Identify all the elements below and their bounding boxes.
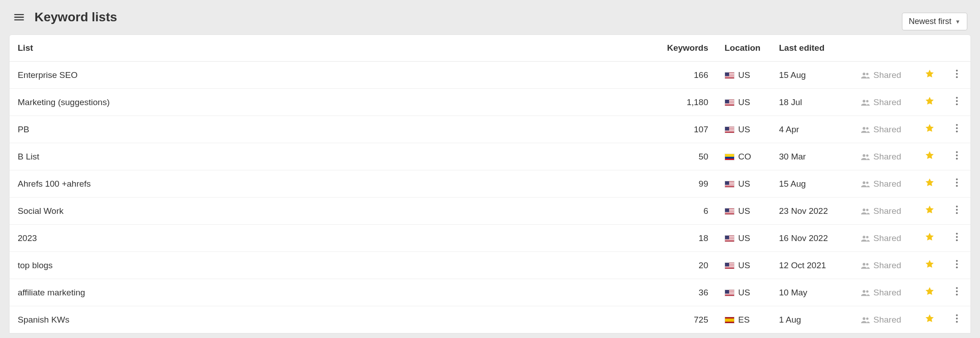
column-header-last-edited[interactable]: Last edited <box>771 35 853 62</box>
table-row: PB107US4 AprShared <box>10 116 970 143</box>
people-icon <box>861 288 873 297</box>
people-icon <box>861 152 873 161</box>
row-actions-menu[interactable] <box>943 306 970 333</box>
svg-point-46 <box>866 318 868 320</box>
row-actions-menu[interactable] <box>943 116 970 143</box>
country-code: US <box>738 261 750 270</box>
list-name-link[interactable]: Spanish KWs <box>10 306 659 333</box>
keyword-lists-table: List Keywords Location Last edited Enter… <box>10 35 970 333</box>
list-name-link[interactable]: Marketing (suggestions) <box>10 89 659 116</box>
shared-label: Shared <box>873 179 901 188</box>
favorite-star[interactable] <box>916 306 943 333</box>
row-actions-menu[interactable] <box>943 225 970 252</box>
favorite-star[interactable] <box>916 170 943 198</box>
shared-indicator[interactable]: Shared <box>853 170 916 198</box>
country-code: ES <box>738 315 750 324</box>
svg-point-30 <box>862 236 865 239</box>
svg-point-38 <box>956 263 958 265</box>
keywords-count: 18 <box>659 225 716 252</box>
list-name-link[interactable]: Ahrefs 100 +ahrefs <box>10 170 659 198</box>
hamburger-menu-icon[interactable] <box>13 11 25 24</box>
column-header-list[interactable]: List <box>10 35 659 62</box>
list-name-link[interactable]: PB <box>10 116 659 143</box>
table-row: Spanish KWs725ES1 AugShared <box>10 306 970 333</box>
country-code: US <box>738 179 750 188</box>
favorite-star[interactable] <box>916 116 943 143</box>
last-edited: 18 Jul <box>771 89 853 116</box>
row-actions-menu[interactable] <box>943 89 970 116</box>
column-header-star <box>916 35 943 62</box>
location-cell: US <box>716 89 771 116</box>
favorite-star[interactable] <box>916 62 943 89</box>
svg-point-19 <box>956 158 958 159</box>
list-name-link[interactable]: Enterprise SEO <box>10 62 659 89</box>
kebab-menu-icon <box>956 234 958 244</box>
list-name-link[interactable]: B List <box>10 143 659 170</box>
people-icon <box>861 179 873 188</box>
star-icon <box>925 289 935 298</box>
row-actions-menu[interactable] <box>943 198 970 225</box>
location-cell: ES <box>716 306 771 333</box>
favorite-star[interactable] <box>916 143 943 170</box>
shared-indicator[interactable]: Shared <box>853 116 916 143</box>
shared-indicator[interactable]: Shared <box>853 306 916 333</box>
svg-point-1 <box>866 73 868 75</box>
svg-point-14 <box>956 130 958 132</box>
list-name-link[interactable]: Social Work <box>10 198 659 225</box>
location-cell: US <box>716 170 771 198</box>
favorite-star[interactable] <box>916 225 943 252</box>
svg-point-26 <box>866 209 868 211</box>
svg-point-8 <box>956 100 958 102</box>
shared-label: Shared <box>873 261 901 270</box>
list-name-link[interactable]: affiliate marketing <box>10 279 659 306</box>
row-actions-menu[interactable] <box>943 143 970 170</box>
shared-indicator[interactable]: Shared <box>853 89 916 116</box>
page-header: Keyword lists Newest first ▼ <box>9 0 971 34</box>
keywords-count: 107 <box>659 116 716 143</box>
flag-icon <box>725 126 735 133</box>
kebab-menu-icon <box>956 316 958 325</box>
favorite-star[interactable] <box>916 279 943 306</box>
row-actions-menu[interactable] <box>943 170 970 198</box>
svg-point-3 <box>956 73 958 75</box>
star-icon <box>925 261 935 271</box>
location-cell: US <box>716 225 771 252</box>
star-icon <box>925 126 935 135</box>
shared-indicator[interactable]: Shared <box>853 62 916 89</box>
favorite-star[interactable] <box>916 252 943 279</box>
column-header-keywords[interactable]: Keywords <box>659 35 716 62</box>
row-actions-menu[interactable] <box>943 62 970 89</box>
row-actions-menu[interactable] <box>943 279 970 306</box>
kebab-menu-icon <box>956 98 958 108</box>
flag-icon <box>725 154 735 160</box>
favorite-star[interactable] <box>916 89 943 116</box>
shared-indicator[interactable]: Shared <box>853 198 916 225</box>
shared-label: Shared <box>873 97 901 107</box>
shared-indicator[interactable]: Shared <box>853 225 916 252</box>
svg-point-2 <box>956 70 958 72</box>
star-icon <box>925 180 935 189</box>
sort-dropdown[interactable]: Newest first ▼ <box>902 13 967 30</box>
star-icon <box>925 153 935 162</box>
flag-icon <box>725 262 735 269</box>
list-name-link[interactable]: top blogs <box>10 252 659 279</box>
people-icon <box>861 261 873 270</box>
svg-point-49 <box>956 321 958 323</box>
svg-point-18 <box>956 155 958 156</box>
list-name-link[interactable]: 2023 <box>10 225 659 252</box>
shared-label: Shared <box>873 70 901 80</box>
svg-point-31 <box>866 236 868 238</box>
country-code: US <box>738 233 750 243</box>
shared-indicator[interactable]: Shared <box>853 143 916 170</box>
favorite-star[interactable] <box>916 198 943 225</box>
last-edited: 23 Nov 2022 <box>771 198 853 225</box>
country-code: US <box>738 70 750 80</box>
svg-point-21 <box>866 182 868 184</box>
svg-point-29 <box>956 212 958 214</box>
country-code: US <box>738 125 750 134</box>
row-actions-menu[interactable] <box>943 252 970 279</box>
shared-indicator[interactable]: Shared <box>853 252 916 279</box>
shared-indicator[interactable]: Shared <box>853 279 916 306</box>
column-header-location[interactable]: Location <box>716 35 771 62</box>
table-row: Social Work6US23 Nov 2022Shared <box>10 198 970 225</box>
